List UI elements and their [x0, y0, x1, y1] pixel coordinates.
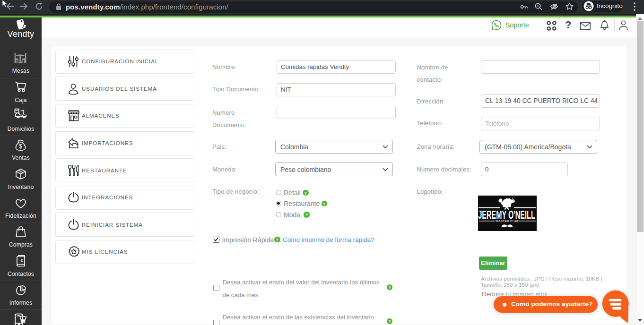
- svg-text:MASTER CHEF: MASTER CHEF: [496, 219, 519, 222]
- svg-text:c: c: [21, 257, 24, 263]
- svg-text:$: $: [19, 143, 22, 150]
